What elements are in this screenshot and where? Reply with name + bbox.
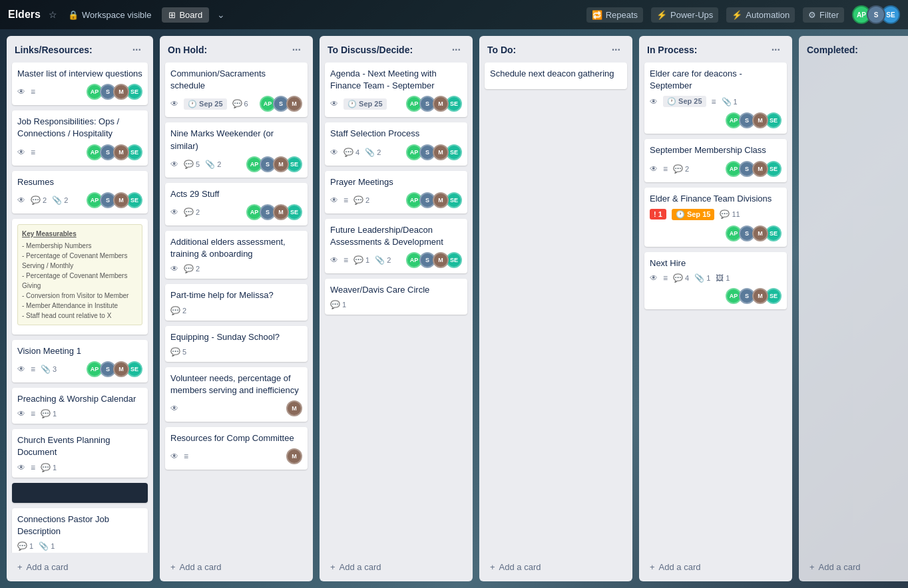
- add-card-button[interactable]: + Add a card: [804, 558, 908, 576]
- card-avatars: AP S M SE: [406, 144, 462, 160]
- automation-button[interactable]: ⚡ Automation: [726, 7, 795, 23]
- card-resumes[interactable]: Resumes 👁 💬 2 📎 2 AP S M SE: [12, 171, 148, 214]
- card-title: Communion/Sacraments schedule: [170, 68, 302, 92]
- meta-comments: 💬 2: [673, 164, 689, 174]
- powerups-button[interactable]: ⚡ Power-Ups: [651, 7, 718, 23]
- card-avatars: AP S M SE: [87, 361, 142, 377]
- card-avatars: AP S M SE: [406, 96, 462, 112]
- av-ph2: M: [273, 204, 289, 220]
- card-september-membership[interactable]: September Membership Class 👁 ≡ 💬 2 AP S …: [644, 139, 787, 182]
- card-elder-finance[interactable]: Elder & Finance Team Divisions ! 1 🕐 Sep…: [644, 188, 787, 247]
- card-staff-selection[interactable]: Staff Selection Process 👁 💬 4 📎 2 AP S M…: [325, 122, 467, 165]
- repeats-button[interactable]: 🔁 Repeats: [586, 7, 643, 23]
- column-completed-footer: + Add a card: [799, 553, 908, 581]
- workspace-visibility[interactable]: 🔒 Workspace visible: [68, 10, 152, 20]
- card-meta: 👁 🕐 Sep 25 AP S M SE: [330, 96, 462, 112]
- column-todo-menu[interactable]: ···: [608, 43, 624, 57]
- plus-icon: +: [809, 562, 815, 572]
- meta-image: 🖼 1: [716, 273, 730, 283]
- image-line: - Conversion from Visitor to Member: [22, 291, 138, 301]
- chevron-down-icon[interactable]: ⌄: [217, 9, 225, 20]
- plus-icon: +: [330, 562, 336, 572]
- card-next-hire[interactable]: Next Hire 👁 ≡ 💬 4 📎 1 🖼 1 AP S M SE: [644, 252, 787, 309]
- card-acts29[interactable]: Acts 29 Stuff 👁 💬 2 AP S M SE: [165, 183, 308, 225]
- card-church-events[interactable]: Church Events Planning Document 👁 ≡ 💬 1: [12, 429, 148, 477]
- column-completed-title: Completed:: [807, 45, 858, 55]
- card-elder-care[interactable]: Elder care for deacons - September 👁 🕐 S…: [644, 63, 787, 134]
- column-links-menu[interactable]: ···: [128, 43, 145, 57]
- add-card-button[interactable]: + Add a card: [165, 558, 308, 576]
- card-title: Next Hire: [650, 257, 782, 269]
- card-preaching-calendar[interactable]: Preaching & Worship Calendar 👁 ≡ 💬 1: [12, 388, 148, 424]
- meta-eye: 👁: [17, 87, 25, 96]
- image-line: - Membership Numbers: [22, 241, 138, 251]
- card-elders-assessment[interactable]: Additional elders assessment, training &…: [165, 231, 308, 279]
- card-future-leadership[interactable]: Future Leadership/Deacon Assessments & D…: [325, 219, 467, 273]
- meta-list: ≡: [31, 463, 35, 472]
- board-view-button[interactable]: ⊞ Board: [162, 7, 209, 23]
- card-agenda-finance[interactable]: Agenda - Next Meeting with Finance Team …: [325, 63, 467, 117]
- card-meta: 💬 5: [170, 347, 302, 357]
- add-card-button[interactable]: + Add a card: [12, 558, 148, 576]
- image-line: - Percentage of Covenant Members Serving…: [22, 251, 138, 271]
- card-dark-separator[interactable]: [12, 483, 148, 503]
- image-line: - Staff head count relative to X: [22, 311, 138, 321]
- card-schedule-deacon[interactable]: Schedule next deacon gathering: [485, 63, 627, 89]
- card-key-measurables[interactable]: Key Measurables - Membership Numbers - P…: [12, 219, 148, 335]
- card-title: Resources for Comp Committee: [170, 432, 302, 444]
- board-label: Board: [179, 10, 202, 20]
- card-vision-meeting[interactable]: Vision Meeting 1 👁 ≡ 📎 3 AP S M SE: [12, 340, 148, 382]
- av-ph2: M: [752, 288, 768, 304]
- card-master-list[interactable]: Master list of interview questions 👁 ≡ A…: [12, 63, 148, 105]
- av-ph2: M: [286, 400, 302, 416]
- card-volunteer-needs[interactable]: Volunteer needs, percentage of members s…: [165, 367, 308, 422]
- star-icon[interactable]: ☆: [49, 9, 57, 20]
- card-parttime-melissa[interactable]: Part-time help for Melissa? 💬 2: [165, 284, 308, 320]
- meta-eye: 👁: [170, 208, 178, 217]
- meta-list: ≡: [343, 255, 348, 265]
- meta-eye: 👁: [330, 255, 338, 265]
- card-title: Job Responsibilities: Ops / Connections …: [17, 116, 142, 140]
- column-completed-cards: [799, 63, 908, 553]
- add-card-button[interactable]: + Add a card: [644, 558, 787, 576]
- board-title: Elders: [8, 9, 41, 21]
- card-avatars: AP S M SE: [726, 161, 782, 177]
- card-equipping[interactable]: Equipping - Sunday School? 💬 5: [165, 326, 308, 362]
- column-inprocess-title: In Process:: [647, 45, 697, 55]
- card-nine-marks[interactable]: Nine Marks Weekender (or similar) 👁 💬 5 …: [165, 122, 308, 177]
- add-card-button[interactable]: + Add a card: [485, 558, 627, 576]
- filter-button[interactable]: ⚙ Filter: [803, 7, 844, 23]
- card-prayer-meetings[interactable]: Prayer Meetings 👁 ≡ 💬 2 AP S M SE: [325, 171, 467, 214]
- av-ph2: M: [286, 96, 302, 112]
- add-card-button[interactable]: + Add a card: [325, 558, 467, 576]
- column-discuss-menu[interactable]: ···: [448, 43, 465, 57]
- card-title: Prayer Meetings: [330, 176, 462, 188]
- meta-comments: 💬 2: [170, 306, 186, 315]
- card-resources-comp[interactable]: Resources for Comp Committee 👁 ≡ M: [165, 427, 308, 470]
- meta-comments: 💬 4: [343, 148, 359, 157]
- date-badge-orange: 🕐 Sep 15: [672, 209, 715, 220]
- av-ph2: M: [752, 225, 768, 241]
- date-badge: 🕐 Sep 25: [343, 98, 387, 110]
- column-onhold-menu[interactable]: ···: [288, 43, 305, 57]
- column-inprocess-header: In Process: ···: [639, 36, 792, 63]
- card-connections-pastor[interactable]: Connections Pastor Job Description 💬 1 📎…: [12, 508, 148, 553]
- meta-list: ≡: [663, 273, 668, 283]
- powerups-label: Power-Ups: [670, 10, 713, 20]
- card-meta: 👁 ≡ 💬 1 📎 2 AP S M SE: [330, 252, 462, 268]
- column-inprocess-menu[interactable]: ···: [768, 43, 784, 57]
- meta-list: ≡: [712, 97, 716, 106]
- column-todo-title: To Do:: [487, 45, 516, 55]
- image-line: - Percentage of Covenant Members Giving: [22, 271, 138, 291]
- card-meta: 👁 🕐 Sep 25 💬 6 AP S M: [170, 96, 302, 112]
- card-title: Master list of interview questions: [17, 68, 142, 80]
- column-onhold: On Hold: ··· Communion/Sacraments schedu…: [160, 36, 313, 581]
- card-job-resp[interactable]: Job Responsibilities: Ops / Connections …: [12, 110, 148, 165]
- card-weaver-davis[interactable]: Weaver/Davis Care Circle 💬 1: [325, 279, 467, 315]
- av-ph2: M: [433, 192, 449, 208]
- av-ph2: M: [273, 156, 289, 172]
- meta-comments: 💬 1: [330, 300, 346, 309]
- card-communion[interactable]: Communion/Sacraments schedule 👁 🕐 Sep 25…: [165, 63, 308, 117]
- plus-icon: +: [650, 562, 655, 572]
- card-avatars: AP S M SE: [726, 225, 782, 241]
